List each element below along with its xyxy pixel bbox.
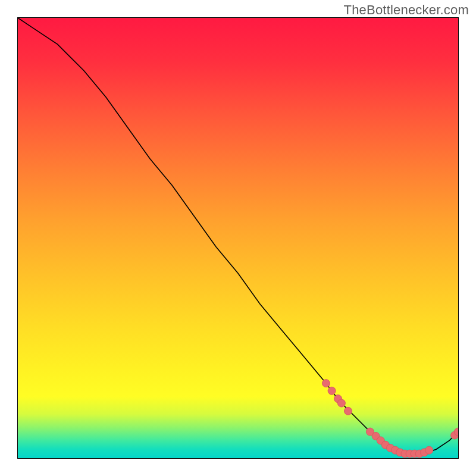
data-marker [337, 399, 345, 407]
chart-frame: TheBottlenecker.com [0, 0, 476, 476]
chart-overlay [18, 18, 458, 458]
watermark-text: TheBottlenecker.com [344, 2, 469, 18]
data-marker [425, 446, 433, 454]
data-marker [322, 380, 330, 387]
data-marker [328, 387, 336, 394]
curve-line [18, 18, 458, 454]
markers-group [322, 380, 459, 458]
data-marker [345, 407, 352, 415]
plot-area [17, 17, 459, 459]
